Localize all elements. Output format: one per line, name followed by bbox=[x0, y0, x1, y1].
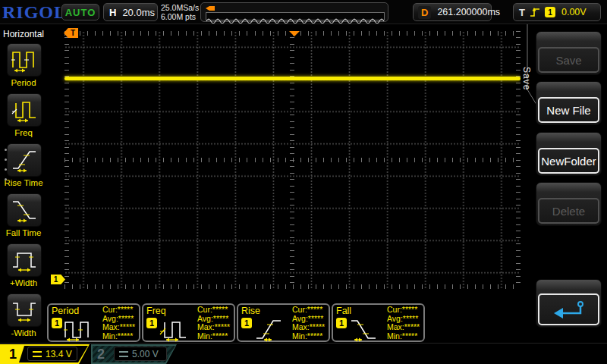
softkey-new-file[interactable]: New File bbox=[536, 81, 602, 125]
trigger-position-marker[interactable] bbox=[289, 31, 300, 36]
softkey-return[interactable] bbox=[536, 279, 602, 328]
measurement-max: Max:***** bbox=[292, 323, 325, 332]
channel2-tab[interactable]: 2 5.00 V bbox=[91, 344, 177, 364]
rigol-logo: RIGOL bbox=[2, 2, 67, 23]
trigger-readout-box[interactable]: T 1 0.00V bbox=[513, 3, 601, 21]
delay-value: 261.200000ms bbox=[437, 7, 500, 17]
channel1-scale: 13.4 V bbox=[46, 349, 72, 359]
measurement-max: Max:***** bbox=[197, 323, 230, 332]
oscilloscope-screen: RIGOL AUTO H 20.0ms 25.0MSa/s 6.00M pts … bbox=[0, 0, 607, 364]
channel2-number: 2 bbox=[97, 346, 105, 362]
menu-scroll-dot bbox=[5, 158, 7, 161]
menu-label-fall-time: Fall Time bbox=[0, 228, 47, 237]
measurement-cur: Cur:***** bbox=[387, 306, 420, 315]
back-arrow-icon bbox=[552, 300, 586, 319]
orange-left-arrow-icon bbox=[205, 5, 215, 12]
menu-tab-title: Save bbox=[521, 67, 532, 90]
channel2-scale-box: 5.00 V bbox=[114, 347, 167, 361]
softkey-save[interactable]: Save bbox=[536, 31, 602, 75]
measurement-max: Max:***** bbox=[102, 323, 135, 332]
top-status-bar: RIGOL AUTO H 20.0ms 25.0MSa/s 6.00M pts … bbox=[0, 0, 607, 24]
grid-center-vertical-ticks bbox=[290, 31, 294, 289]
measurement-panel-freq[interactable]: Freq 1 Cur:***** Avg:***** Max:***** Min… bbox=[142, 303, 235, 342]
menu-item-freq[interactable] bbox=[7, 93, 42, 127]
horizontal-timebase-box[interactable]: H 20.0ms bbox=[103, 3, 158, 21]
waveform-memory-preview[interactable] bbox=[200, 2, 388, 22]
freq-waveform-icon bbox=[159, 315, 192, 342]
softkey-new-file-label: New File bbox=[538, 97, 599, 123]
measurement-channel-badge: 1 bbox=[336, 318, 347, 328]
measure-menu-title: Horizontal bbox=[0, 29, 47, 39]
freq-icon bbox=[11, 97, 37, 123]
menu-label-freq: Freq bbox=[0, 128, 47, 137]
softkey-delete[interactable]: Delete bbox=[536, 182, 602, 226]
menu-label-rise-time: Rise Time bbox=[0, 178, 47, 187]
measurement-channel-badge: 1 bbox=[241, 318, 252, 328]
softkey-new-folder-label: NewFolder bbox=[538, 148, 599, 174]
channel1-tab[interactable]: 1 13.4 V bbox=[0, 344, 90, 364]
h-label: H bbox=[109, 7, 116, 18]
measurement-channel-badge: 1 bbox=[52, 318, 62, 328]
channel1-trace bbox=[64, 77, 521, 80]
menu-scroll-dot bbox=[5, 149, 7, 151]
grid-left-ticks bbox=[64, 31, 69, 289]
softkey-save-label: Save bbox=[538, 47, 599, 73]
measurement-panel-rise[interactable]: Rise 1 Cur:***** Avg:***** Max:***** Min… bbox=[237, 303, 330, 342]
t-label: T bbox=[519, 7, 525, 18]
save-softkey-menu: Save Save New File NewFolder Delete bbox=[521, 24, 607, 343]
menu-label-neg-width: -Width bbox=[0, 328, 47, 337]
rise-time-icon bbox=[11, 147, 37, 173]
channel1-scale-box: 13.4 V bbox=[27, 347, 77, 361]
menu-label-pos-width: +Width bbox=[0, 278, 47, 287]
measurement-cur: Cur:***** bbox=[292, 306, 325, 315]
memory-depth: 6.00M pts bbox=[161, 12, 199, 21]
menu-item-pos-width[interactable] bbox=[7, 243, 42, 277]
measurement-panel-fall[interactable]: Fall 1 Cur:***** Avg:***** Max:***** Min… bbox=[332, 303, 425, 342]
period-waveform-icon bbox=[64, 315, 97, 342]
menu-item-neg-width[interactable] bbox=[7, 293, 42, 327]
menu-label-period: Period bbox=[0, 78, 47, 87]
plus-width-icon bbox=[11, 247, 37, 273]
rise-waveform-icon bbox=[253, 315, 287, 342]
measurement-min: Min:***** bbox=[102, 332, 135, 341]
softkey-new-folder[interactable]: NewFolder bbox=[536, 132, 602, 176]
fall-time-icon bbox=[11, 197, 37, 223]
timebase-value: 20.0ms bbox=[122, 7, 155, 18]
dc-coupling-icon bbox=[119, 351, 128, 357]
measurement-min: Min:***** bbox=[387, 332, 420, 341]
fall-waveform-icon bbox=[348, 315, 382, 342]
trigger-source-badge: 1 bbox=[545, 7, 555, 17]
channel-status-bar: 1 13.4 V 2 5.00 V bbox=[0, 343, 607, 364]
memory-waveform-strip bbox=[206, 12, 385, 20]
measurement-channel-badge: 1 bbox=[146, 318, 157, 328]
run-status-label: AUTO bbox=[65, 7, 96, 18]
measurement-panel-period[interactable]: Period 1 Cur:***** Avg:***** Max:***** M… bbox=[47, 303, 140, 342]
trigger-level-value: 0.00V bbox=[561, 7, 587, 17]
minus-width-icon bbox=[11, 297, 37, 323]
sample-rate: 25.0MSa/s bbox=[161, 3, 199, 12]
measure-menu-sidebar: Horizontal Period Freq bbox=[0, 25, 47, 343]
measurement-min: Min:***** bbox=[197, 332, 230, 341]
rising-edge-icon bbox=[530, 6, 540, 18]
menu-scroll-dot bbox=[5, 168, 7, 171]
run-status-button[interactable]: AUTO bbox=[61, 4, 99, 20]
waveform-display-grid bbox=[64, 31, 521, 289]
menu-item-period[interactable] bbox=[7, 43, 42, 77]
measurement-cur: Cur:***** bbox=[102, 306, 135, 315]
measurement-cur: Cur:***** bbox=[197, 306, 230, 315]
measurement-max: Max:***** bbox=[387, 323, 420, 332]
softkey-delete-label: Delete bbox=[538, 198, 599, 224]
menu-item-rise-time[interactable] bbox=[7, 143, 42, 177]
period-icon bbox=[11, 47, 37, 73]
measurement-min: Min:***** bbox=[292, 332, 325, 341]
menu-scroll-dot bbox=[5, 178, 7, 180]
dc-coupling-icon bbox=[33, 351, 42, 357]
delay-readout-box[interactable]: D 261.200000ms bbox=[413, 3, 492, 21]
d-label: D bbox=[418, 6, 431, 19]
channel2-scale: 5.00 V bbox=[132, 349, 159, 359]
acquisition-info: 25.0MSa/s 6.00M pts bbox=[161, 3, 199, 21]
channel1-offset-marker[interactable]: 1 bbox=[51, 275, 65, 284]
menu-item-fall-time[interactable] bbox=[7, 193, 42, 227]
